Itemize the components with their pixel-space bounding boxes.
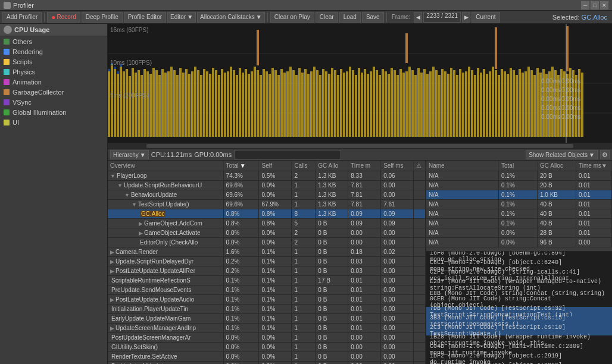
expand-arrow[interactable]: ▶	[139, 230, 143, 236]
gear-button[interactable]: ⚙	[600, 150, 610, 159]
legend-item-scripts[interactable]: Scripts	[0, 57, 107, 67]
close-button[interactable]: ✕	[600, 1, 608, 10]
legend-item-animation[interactable]: Animation	[0, 77, 107, 87]
minimize-button[interactable]: ─	[581, 1, 589, 10]
th-overview[interactable]: Overview	[108, 161, 224, 171]
allocation-callstacks-dropdown[interactable]: Allocation Callstacks ▼	[197, 12, 265, 23]
table-row[interactable]: PreUpdate.SendMouseEvents 0.1% 0.1% 1 0 …	[108, 285, 426, 295]
table-row[interactable]: N/A 0.1% 40 B 0.01	[426, 219, 612, 228]
callstack-item[interactable]: E287 (Mono JIT Code) (wrapper managed-to…	[426, 280, 612, 290]
rtd-total: 0.1%	[499, 200, 538, 209]
table-row[interactable]: N/A 0.1% 20 B 0.01	[426, 181, 612, 190]
load-button[interactable]: Load	[339, 12, 361, 23]
current-button[interactable]: Current	[472, 12, 499, 23]
table-row[interactable]: PostUpdateScreenManagerAr 0.0% 0.0% 1 0 …	[108, 333, 426, 343]
td-selfms: 0.02	[381, 247, 414, 256]
expand-arrow[interactable]: ▼	[124, 192, 130, 198]
th-self[interactable]: Self	[259, 161, 292, 171]
expand-arrow[interactable]: ▶	[110, 268, 114, 274]
show-related-button[interactable]: Show Related Objects ▼	[526, 150, 598, 159]
expand-arrow[interactable]: ▶	[110, 297, 114, 303]
deep-profile-button[interactable]: Deep Profile	[82, 12, 123, 23]
td-selfms: 0.00	[381, 324, 414, 332]
table-row[interactable]: ▶ GameObject.Activate 0.0% 0.0% 2 0 B 0.…	[108, 228, 426, 238]
td-warn	[414, 285, 426, 294]
legend-item-gi[interactable]: Global Illumination	[0, 107, 107, 117]
profiler-chart[interactable]: 0.00ms 0.00ms 0.00ms 0.00ms 0.00ms 0.00m…	[108, 24, 612, 149]
profile-editor-button[interactable]: Profile Editor	[124, 12, 166, 23]
expand-arrow[interactable]: ▼	[117, 183, 123, 189]
th-selfms[interactable]: Self ms	[381, 161, 414, 171]
table-row[interactable]: ▶ PostLateUpdate.UpdateAudio 0.1% 0.1% 1…	[108, 295, 426, 305]
expand-arrow[interactable]: ▼	[110, 173, 115, 179]
table-row[interactable]: N/A 0.1% 40 B 0.01	[426, 200, 612, 209]
save-button[interactable]: Save	[362, 12, 384, 23]
table-row[interactable]: ▼ TestScript.Update() 69.6% 67.9% 1 1.3 …	[108, 200, 426, 209]
rtd-name: N/A	[426, 209, 499, 218]
left-table-body[interactable]: ▼ PlayerLoop 74.3% 0.5% 2 1.3 KB 8.33 0.…	[108, 171, 426, 364]
th-timems[interactable]: Time m	[348, 161, 381, 171]
frame-prev-button[interactable]: ◀	[414, 12, 422, 23]
frame-next-button[interactable]: ▶	[462, 12, 470, 23]
chart-scrollbar[interactable]	[108, 143, 612, 149]
chart-scrollbar-thumb[interactable]	[146, 144, 573, 148]
legend-item-vsync[interactable]: VSync	[0, 97, 107, 107]
th-total[interactable]: Total ▼	[224, 161, 260, 171]
expand-arrow[interactable]: ▶	[139, 221, 143, 227]
legend-item-ui[interactable]: UI	[0, 117, 107, 127]
table-row[interactable]: N/A 0.1% 40 B 0.01	[426, 209, 612, 219]
table-row[interactable]: ▼ BehaviourUpdate 69.6% 0.0% 1 1.3 KB 7.…	[108, 190, 426, 200]
table-row[interactable]: ▼ Update.ScriptRunBehaviourU 69.6% 0.0% …	[108, 181, 426, 190]
chart-inner: 0.00ms 0.00ms 0.00ms 0.00ms 0.00ms 0.00m…	[108, 24, 612, 143]
rtd-gcalloc: 28 B	[538, 228, 576, 237]
table-row[interactable]: ScriptableRuntimeReflectionS 0.1% 0.1% 1…	[108, 276, 426, 285]
table-row[interactable]: N/A 0.0% 28 B 0.01	[426, 228, 612, 238]
table-row[interactable]: ▶ PostLateUpdate.UpdateAllRer 0.2% 0.1% …	[108, 266, 426, 276]
related-dropdown-arrow: ▼	[589, 152, 595, 158]
table-row[interactable]: ▼ PlayerLoop 74.3% 0.5% 2 1.3 KB 8.33 0.…	[108, 171, 426, 181]
table-row[interactable]: ▶ Camera.Render 1.6% 0.1% 1 0 B 0.18 0.0…	[108, 247, 426, 257]
clear-button[interactable]: Clear	[316, 12, 338, 23]
svg-rect-16	[138, 70, 140, 137]
td-gcalloc: 0 B	[316, 285, 348, 294]
hierarchy-dropdown[interactable]: Hierarchy ▼	[110, 150, 149, 159]
table-row[interactable]: ▶ GameObject.AddCom 0.8% 0.8% 5 0 B 0.09…	[108, 219, 426, 228]
rth-total[interactable]: Total	[499, 161, 538, 171]
expand-arrow[interactable]: ▶	[110, 325, 114, 331]
table-row[interactable]: N/A 0.0% 96 B 0.00	[426, 238, 612, 247]
right-table-body[interactable]: N/A 0.1% 20 B 0.01 N/A 0.1% 20 B 0.01 N/…	[426, 171, 612, 251]
table-row[interactable]: GC.Alloc 0.8% 0.8% 8 1.3 KB 0.09 0.09	[108, 209, 426, 219]
table-row[interactable]: EditorOnly [CheckAllo 0.0% 0.0% 2 0 B 0.…	[108, 238, 426, 247]
table-row[interactable]: GIUtility.SetSkin() 0.0% 0.0% 1 0 B 0.00…	[108, 343, 426, 352]
th-warn[interactable]: ⚠	[414, 161, 426, 171]
editor-dropdown[interactable]: Editor ▼	[167, 12, 196, 23]
rth-gcalloc[interactable]: GC Alloc	[538, 161, 576, 171]
td-selfms: 0.09	[381, 219, 414, 228]
table-row[interactable]: PreUpdate.AIUpdate 0.0% 0.0% 1 0 B 0.00 …	[108, 362, 426, 364]
table-row[interactable]: N/A 0.1% 1.0 KB 0.01	[426, 190, 612, 200]
legend-item-others[interactable]: Others	[0, 36, 107, 46]
table-row[interactable]: ▶ UpdateScreenManagerAndInp 0.1% 0.1% 1 …	[108, 324, 426, 333]
table-row[interactable]: ▶ Update.ScriptRunDelayedDyr 0.2% 0.1% 1…	[108, 257, 426, 266]
expand-arrow[interactable]: ▼	[132, 202, 137, 208]
legend-item-rendering[interactable]: Rendering	[0, 46, 107, 57]
search-input[interactable]	[234, 150, 341, 159]
table-row[interactable]: Initialization.PlayerUpdateTin 0.1% 0.1%…	[108, 305, 426, 314]
table-row[interactable]: EarlyUpdate.UpdateMainGam 0.1% 0.1% 1 0 …	[108, 314, 426, 324]
legend-item-physics[interactable]: Physics	[0, 67, 107, 77]
td-calls: 1	[292, 190, 316, 199]
rth-timems[interactable]: Time ms ▼	[576, 161, 612, 171]
svg-text:0.00ms: 0.00ms	[561, 78, 581, 84]
expand-arrow[interactable]: ▶	[110, 249, 114, 255]
table-row[interactable]: RenderTexture.SetActive 0.0% 0.0% 1 0 B …	[108, 352, 426, 362]
record-button[interactable]: ● Record	[47, 12, 80, 23]
legend-item-gc[interactable]: GarbageCollector	[0, 87, 107, 97]
table-row[interactable]: N/A 0.1% 20 B 0.01	[426, 171, 612, 181]
expand-arrow[interactable]: ▶	[110, 259, 114, 265]
th-calls[interactable]: Calls	[292, 161, 316, 171]
add-profiler-button[interactable]: Add Profiler	[2, 12, 42, 23]
th-gcalloc[interactable]: GC Allo	[316, 161, 348, 171]
clear-on-play-button[interactable]: Clear on Play	[270, 12, 314, 23]
maximize-button[interactable]: □	[591, 1, 599, 10]
rth-name[interactable]: Name	[426, 161, 499, 171]
